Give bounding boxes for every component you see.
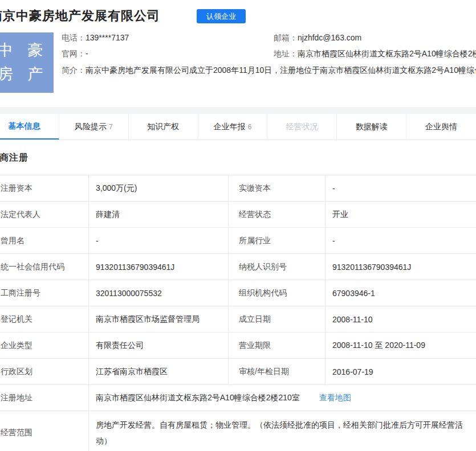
tab-basic-info[interactable]: 基本信息 [0,114,59,140]
table-row: 行政区划 江苏省南京市栖霞区 审核/年检日期 2016-07-19 [0,359,476,385]
phone-row: 电话：139****7137 [62,32,274,43]
field-value: 3,000万(元) [89,175,229,202]
field-label: 工商注册号 [0,280,89,306]
field-label: 组织机构代码 [229,280,326,306]
website-label: 官网： [62,49,86,58]
field-label: 注册地址 [0,385,89,411]
logo-line-1: 中 豪 [0,39,54,63]
registered-address-cell: 南京市栖霞区仙林街道文枢东路2号A10幢综合楼2楼210室查看地图 [89,385,476,411]
field-value: 2008-11-10 至 2020-11-09 [326,333,476,359]
intro-value: 南京中豪房地产发展有限公司成立于2008年11月10日，注册地位于南京市栖霞区仙… [86,65,476,75]
company-logo: 中 豪 房 产 [0,32,54,93]
logo-line-2: 房 产 [0,63,54,87]
email-label: 邮箱： [274,33,298,42]
field-value: 开业 [326,202,476,228]
title-row: 南京中豪房地产发展有限公司 认领企业 [0,7,476,25]
email-row: 邮箱：njzhfdc@163.com [274,32,476,43]
registration-section: 工商注册 注册资本 3,000万(元) 实缴资本 - 法定代表人 薛建清 经营状… [0,140,476,451]
table-row-address: 注册地址 南京市栖霞区仙林街道文枢东路2号A10幢综合楼2楼210室查看地图 [0,385,476,411]
registration-table: 注册资本 3,000万(元) 实缴资本 - 法定代表人 薛建清 经营状态 开业 … [0,175,476,451]
tab-annual-report[interactable]: 企业年报6 [198,114,268,140]
field-label: 注册资本 [0,175,89,202]
address-row: 地址：南京市栖霞区仙林街道文枢东路2号A10幢综合楼2楼2 [274,48,476,59]
table-row: 统一社会信用代码 91320113679039461J 纳税人识别号 91320… [0,254,476,280]
field-value: - [89,228,229,254]
tab-public-opinion[interactable]: 企业舆情 [406,114,476,140]
website-row: 官网：- [62,48,274,59]
table-row: 曾用名 - 所属行业 - [0,228,476,254]
tab-risk-alerts[interactable]: 风险提示7 [59,114,129,140]
field-label: 统一社会信用代码 [0,254,89,280]
field-value: 2008-11-10 [326,306,476,333]
claim-enterprise-button[interactable]: 认领企业 [197,9,246,23]
field-label: 法定代表人 [0,202,89,228]
section-title: 工商注册 [0,152,476,164]
address-value: 南京市栖霞区仙林街道文枢东路2号A10幢综合楼2楼2 [298,49,476,58]
phone-value: 139****7137 [86,33,129,42]
phone-label: 电话： [62,33,86,42]
email-value: njzhfdc@163.com [298,33,361,42]
business-scope-value: 房地产开发经营。自有房屋租赁；物业管理。（依法须经批准的项目，经相关部门批准后方… [89,411,476,451]
field-value: 91320113679039461J [89,254,229,280]
intro-row: 简介：南京中豪房地产发展有限公司成立于2008年11月10日，注册地位于南京市栖… [62,65,476,76]
table-row: 法定代表人 薛建清 经营状态 开业 [0,202,476,228]
field-value: 320113000075532 [89,280,229,306]
field-value: - [326,175,476,202]
tab-bar: 基本信息 风险提示7 知识产权 企业年报6 经营状况 数据解读 企业舆情 [0,114,476,140]
table-row: 企业类型 有限责任公司 营业期限 2008-11-10 至 2020-11-09 [0,333,476,359]
risk-count-badge: 7 [109,123,113,131]
company-name: 南京中豪房地产发展有限公司 [0,7,160,24]
field-label: 成立日期 [229,306,326,333]
field-label: 营业期限 [229,333,326,359]
field-value: 2016-07-19 [326,359,476,385]
field-value: 薛建清 [89,202,229,228]
field-label: 行政区划 [0,359,89,385]
tab-operating-status[interactable]: 经营状况 [267,114,337,140]
table-row: 工商注册号 320113000075532 组织机构代码 67903946-1 [0,280,476,306]
field-label: 经营状态 [229,202,326,228]
field-value: 江苏省南京市栖霞区 [89,359,229,385]
field-label: 登记机关 [0,306,89,333]
field-value: - [326,228,476,254]
table-row: 注册资本 3,000万(元) 实缴资本 - [0,175,476,202]
address-label: 地址： [274,49,298,58]
field-label: 企业类型 [0,333,89,359]
field-label: 实缴资本 [229,175,326,202]
company-details: 电话：139****7137 邮箱：njzhfdc@163.com 官网：- 地… [62,32,476,107]
tab-data-interpretation[interactable]: 数据解读 [337,114,406,140]
table-row: 登记机关 南京市栖霞区市场监督管理局 成立日期 2008-11-10 [0,306,476,333]
field-label: 所属行业 [229,228,326,254]
field-value: 91320113679039461J [326,254,476,280]
field-label: 经营范围 [0,411,89,451]
field-label: 曾用名 [0,228,89,254]
table-row-scope: 经营范围 房地产开发经营。自有房屋租赁；物业管理。（依法须经批准的项目，经相关部… [0,411,476,451]
field-label: 纳税人识别号 [229,254,326,280]
field-value: 67903946-1 [326,280,476,306]
field-value: 南京市栖霞区市场监督管理局 [89,306,229,333]
annual-report-count-badge: 6 [248,123,252,131]
section-divider [0,107,476,114]
registered-address-value: 南京市栖霞区仙林街道文枢东路2号A10幢综合楼2楼210室 [96,393,300,402]
company-info-row: 中 豪 房 产 电话：139****7137 邮箱：njzhfdc@163.co… [0,32,476,107]
field-value: 有限责任公司 [89,333,229,359]
field-label: 审核/年检日期 [229,359,326,385]
view-map-link[interactable]: 查看地图 [319,393,351,402]
tab-intellectual-property[interactable]: 知识产权 [129,114,198,140]
intro-label: 简介： [62,65,86,75]
website-value: - [86,49,88,58]
company-header: 南京中豪房地产发展有限公司 认领企业 中 豪 房 产 电话：139****713… [0,0,476,107]
